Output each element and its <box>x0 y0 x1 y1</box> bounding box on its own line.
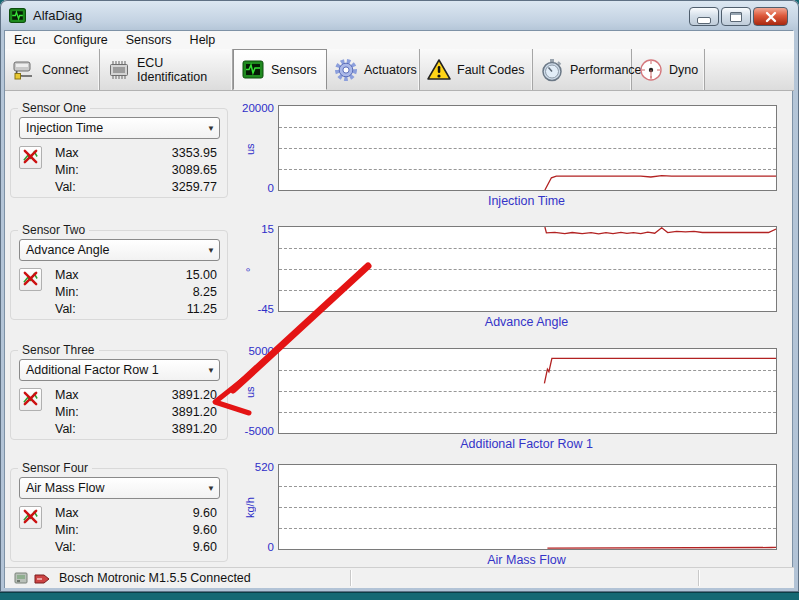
titlebar: AlfaDiag <box>0 0 799 30</box>
val-value: 3259.77 <box>172 180 217 197</box>
status-bar: Bosch Motronic M1.5.5 Connected <box>5 567 794 588</box>
tab-fault-codes[interactable]: Fault Codes <box>420 49 533 90</box>
plot-area <box>278 348 777 434</box>
val-label: Val: <box>55 302 76 319</box>
tab-actuators[interactable]: Actuators <box>327 49 420 90</box>
data-line <box>279 349 776 433</box>
window-controls <box>689 7 788 26</box>
tab-sensors[interactable]: Sensors <box>233 49 327 90</box>
min-label: Min: <box>55 523 79 540</box>
desktop-edge <box>0 592 799 600</box>
pc-card-icon <box>13 570 29 590</box>
val-label: Val: <box>55 540 76 557</box>
sensor-one-hide-graph-button[interactable] <box>19 146 42 169</box>
group-label: Sensor One <box>18 101 90 115</box>
statusbar-divider <box>698 570 699 586</box>
tab-label: Actuators <box>364 63 417 77</box>
chevron-down-icon: ▼ <box>203 484 219 493</box>
min-label: Min: <box>55 163 79 180</box>
sensor-two-values: Max15.00 Min:8.25 Val:11.25 <box>55 268 217 319</box>
y-unit-label: us <box>244 374 256 410</box>
additional-factor-chart: 5000 us -5000 Additional Factor Row 1 <box>240 348 788 452</box>
tab-label: Dyno <box>669 63 698 77</box>
menu-help[interactable]: Help <box>181 32 225 48</box>
min-label: Min: <box>55 285 79 302</box>
menu-configure[interactable]: Configure <box>45 32 117 48</box>
close-button[interactable] <box>753 7 788 26</box>
close-icon <box>765 11 777 23</box>
menu-bar: Ecu Configure Sensors Help <box>5 31 794 49</box>
plot-area <box>278 226 777 312</box>
val-value: 11.25 <box>187 302 217 319</box>
menu-sensors[interactable]: Sensors <box>117 32 181 48</box>
minimize-button[interactable] <box>689 7 719 26</box>
warning-triangle-icon <box>426 57 452 83</box>
chart-caption: Advance Angle <box>278 315 775 329</box>
sensor-two-group: Sensor Two Advance Angle ▼ Max15.00 Min:… <box>10 230 228 320</box>
app-icon[interactable] <box>9 7 26 24</box>
menu-ecu[interactable]: Ecu <box>5 32 45 48</box>
chevron-down-icon: ▼ <box>203 124 219 133</box>
tab-performance[interactable]: Performance <box>533 49 632 90</box>
y-unit-label: ° <box>244 252 256 288</box>
sensor-four-values: Max9.60 Min:9.60 Val:9.60 <box>55 506 217 557</box>
maximize-button[interactable] <box>721 7 751 26</box>
y-max-label: 5000 <box>240 345 274 357</box>
oscilloscope-icon <box>240 57 266 83</box>
sensor-four-group: Sensor Four Air Mass Flow ▼ Max9.60 Min:… <box>10 468 228 562</box>
chart-caption: Additional Factor Row 1 <box>278 437 775 451</box>
red-x-over-graph-icon <box>22 390 39 407</box>
tab-connect[interactable]: Connect <box>5 49 100 90</box>
stopwatch-icon <box>539 57 565 83</box>
val-label: Val: <box>55 180 76 197</box>
sensor-one-dropdown[interactable]: Injection Time ▼ <box>19 117 220 139</box>
y-unit-label: us <box>244 131 256 167</box>
data-line <box>279 465 776 549</box>
chart-caption: Injection Time <box>278 194 775 208</box>
max-value: 9.60 <box>193 506 217 523</box>
sensor-three-dropdown[interactable]: Additional Factor Row 1 ▼ <box>19 359 220 381</box>
cable-connector-icon <box>11 57 37 83</box>
tab-label: ECU Identification <box>137 56 232 84</box>
y-max-label: 15 <box>240 223 274 235</box>
minimize-icon <box>697 17 711 24</box>
sensor-two-hide-graph-button[interactable] <box>19 268 42 291</box>
gear-icon <box>333 57 359 83</box>
y-unit-label: kg/h <box>244 490 256 526</box>
tab-dyno[interactable]: Dyno <box>632 49 705 90</box>
group-label: Sensor Two <box>18 223 89 237</box>
chevron-down-icon: ▼ <box>203 366 219 375</box>
dial-gauge-icon <box>638 57 664 83</box>
max-value: 3353.95 <box>172 146 217 163</box>
red-x-over-graph-icon <box>22 270 39 287</box>
statusbar-divider <box>350 570 351 586</box>
sensor-four-hide-graph-button[interactable] <box>19 506 42 529</box>
sensor-three-hide-graph-button[interactable] <box>19 388 42 411</box>
maximize-icon <box>730 12 742 22</box>
min-label: Min: <box>55 405 79 422</box>
max-label: Max <box>55 388 79 405</box>
y-max-label: 20000 <box>240 102 274 114</box>
data-line <box>279 227 776 311</box>
val-value: 3891.20 <box>172 422 217 439</box>
min-value: 9.60 <box>193 523 217 540</box>
y-min-label: 0 <box>240 182 274 194</box>
chevron-down-icon: ▼ <box>203 246 219 255</box>
min-value: 3089.65 <box>172 163 217 180</box>
toolbar-tabs: Connect ECU Identification Sensors <box>5 49 794 91</box>
tab-ecu-identification[interactable]: ECU Identification <box>100 49 233 90</box>
sensor-four-dropdown[interactable]: Air Mass Flow ▼ <box>19 477 220 499</box>
y-max-label: 520 <box>240 461 274 473</box>
tab-label: Performance <box>570 63 642 77</box>
tab-label: Connect <box>42 63 89 77</box>
memory-chip-icon <box>106 57 132 83</box>
red-x-over-graph-icon <box>22 508 39 525</box>
max-label: Max <box>55 268 79 285</box>
app-window: AlfaDiag Ecu Configure Sensors Help <box>0 0 799 592</box>
air-mass-flow-chart: 520 kg/h 0 Air Mass Flow <box>240 464 788 568</box>
plot-area <box>278 105 777 191</box>
y-min-label: -45 <box>240 303 274 315</box>
sensor-two-dropdown[interactable]: Advance Angle ▼ <box>19 239 220 261</box>
max-value: 15.00 <box>186 268 217 285</box>
y-min-label: 0 <box>240 541 274 553</box>
